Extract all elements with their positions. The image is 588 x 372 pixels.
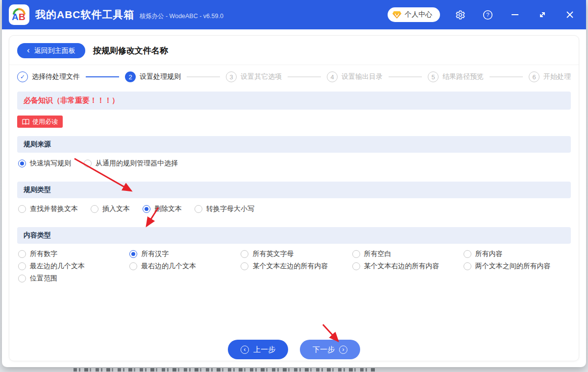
content-type-header: 内容类型	[17, 227, 571, 244]
user-center-button[interactable]: 个人中心	[388, 7, 440, 22]
must-read-button[interactable]: 使用必读	[17, 116, 63, 128]
option-quick-fill-rule[interactable]: 快速填写规则	[18, 159, 71, 168]
rule-type-options: 查找并替换文本 插入文本 删除文本 转换字母大小写	[9, 198, 579, 219]
option-between-texts[interactable]: 两个文本之间的所有内容	[464, 262, 570, 271]
option-position-range[interactable]: 位置范围	[18, 274, 124, 283]
option-all-digits[interactable]: 所有数字	[18, 250, 124, 258]
settings-button[interactable]	[453, 7, 467, 22]
option-left-of-text[interactable]: 某个文本左边的所有内容	[241, 262, 347, 271]
back-button-label: 返回到主面板	[34, 46, 75, 55]
step-5-number: 5	[428, 71, 439, 82]
step-2-set-rules[interactable]: 2 设置处理规则	[125, 71, 181, 82]
option-all-whitespace[interactable]: 所有空白	[352, 250, 459, 258]
step-connector	[389, 76, 422, 77]
radio-icon	[352, 250, 360, 258]
radio-icon	[464, 262, 471, 270]
radio-icon	[91, 205, 98, 213]
gear-icon	[455, 10, 466, 20]
step-4-output-dir[interactable]: 4 设置输出目录	[327, 71, 383, 82]
radio-icon	[241, 250, 248, 258]
app-title: 我的ABC软件工具箱	[35, 8, 135, 22]
radio-icon	[84, 160, 92, 167]
rule-type-header: 规则类型	[17, 182, 571, 198]
radio-icon	[18, 250, 26, 258]
page-title: 按规则修改文件名称	[93, 45, 168, 56]
step-connector	[187, 76, 220, 77]
next-step-label: 下一步	[313, 345, 335, 354]
help-button[interactable]: ?	[480, 7, 495, 22]
back-to-dashboard-button[interactable]: ‹ 返回到主面板	[17, 43, 85, 58]
maximize-button[interactable]	[535, 7, 550, 22]
radio-selected-icon	[129, 250, 137, 258]
step-2-number: 2	[125, 71, 136, 82]
radio-icon	[464, 250, 471, 258]
must-read-label: 使用必读	[32, 117, 58, 126]
rule-source-header: 规则来源	[17, 136, 571, 153]
option-all-english-letters[interactable]: 所有英文字母	[241, 250, 347, 258]
app-subtitle: 核烁办公 - WodeABC - v6.59.0	[140, 12, 223, 21]
app-window: A B 我的ABC软件工具箱 核烁办公 - WodeABC - v6.59.0 …	[2, 0, 586, 367]
svg-text:?: ?	[486, 12, 489, 18]
option-rightmost-texts[interactable]: 最右边的几个文本	[129, 262, 236, 271]
radio-icon	[129, 262, 137, 270]
close-icon	[565, 10, 575, 20]
radio-icon	[352, 262, 360, 270]
open-book-icon	[22, 119, 29, 125]
option-rule-manager[interactable]: 从通用的规则管理器中选择	[84, 159, 178, 168]
user-center-label: 个人中心	[405, 10, 432, 19]
main-panel: ‹ 返回到主面板 按规则修改文件名称 ✓ 选择待处理文件 2 设置处理规则 3 …	[9, 35, 579, 361]
step-3-other-options[interactable]: 3 设置其它选项	[226, 71, 282, 82]
app-logo-icon: A B	[11, 6, 27, 23]
step-3-number: 3	[226, 71, 237, 82]
option-leftmost-texts[interactable]: 最左边的几个文本	[18, 262, 124, 271]
step-1-check-icon: ✓	[17, 71, 28, 82]
resize-diagonal-icon	[538, 10, 547, 20]
svg-text:B: B	[19, 12, 25, 22]
step-6-number: 6	[529, 71, 539, 82]
step-1-select-files[interactable]: ✓ 选择待处理文件	[17, 71, 80, 82]
step-6-start-processing[interactable]: 6 开始处理	[529, 71, 571, 82]
radio-icon	[241, 262, 248, 270]
step-5-path-preview[interactable]: 5 结果路径预览	[428, 71, 484, 82]
circle-chevron-right-icon: ›	[339, 346, 347, 354]
content-type-options: 所有数字 所有汉字 所有英文字母 所有空白 所有内容 最左边的几个文本	[9, 244, 579, 286]
rule-source-options: 快速填写规则 从通用的规则管理器中选择	[9, 153, 579, 173]
minimize-button[interactable]	[508, 7, 522, 22]
option-all-content[interactable]: 所有内容	[464, 250, 570, 258]
option-right-of-text[interactable]: 某个文本右边的所有内容	[352, 262, 459, 271]
previous-step-label: 上一步	[253, 345, 275, 354]
step-4-number: 4	[327, 71, 338, 82]
title-bar: A B 我的ABC软件工具箱 核烁办公 - WodeABC - v6.59.0 …	[2, 0, 586, 29]
step-indicator: ✓ 选择待处理文件 2 设置处理规则 3 设置其它选项 4 设置输出目录 5 结…	[9, 65, 579, 89]
minimize-icon	[510, 10, 520, 20]
background-clipped-text	[74, 368, 375, 372]
important-notice-banner: 必备知识（非常重要！！！）	[17, 92, 571, 110]
radio-selected-icon	[18, 160, 26, 167]
radio-selected-icon	[143, 205, 150, 213]
radio-icon	[195, 205, 202, 213]
option-delete-text[interactable]: 删除文本	[143, 205, 182, 213]
step-connector	[288, 76, 321, 77]
radio-icon	[18, 275, 26, 282]
step-connector	[86, 76, 119, 77]
svg-text:A: A	[12, 12, 19, 22]
next-step-button[interactable]: 下一步 ›	[300, 340, 360, 359]
app-logo: A B	[9, 4, 29, 25]
circle-chevron-left-icon: ‹	[241, 346, 249, 354]
option-find-replace-text[interactable]: 查找并替换文本	[18, 205, 78, 213]
close-button[interactable]	[563, 7, 577, 22]
radio-icon	[18, 205, 26, 213]
option-convert-case[interactable]: 转换字母大小写	[195, 205, 254, 213]
radio-icon	[18, 262, 26, 270]
option-insert-text[interactable]: 插入文本	[91, 205, 130, 213]
wizard-footer: ‹ 上一步 下一步 ›	[9, 340, 579, 361]
vip-gem-icon	[392, 11, 401, 19]
option-all-chinese[interactable]: 所有汉字	[129, 250, 236, 258]
help-icon: ?	[483, 10, 493, 20]
chevron-left-icon: ‹	[27, 46, 30, 54]
panel-header: ‹ 返回到主面板 按规则修改文件名称	[9, 36, 579, 65]
step-connector	[490, 76, 523, 77]
previous-step-button[interactable]: ‹ 上一步	[228, 340, 288, 359]
